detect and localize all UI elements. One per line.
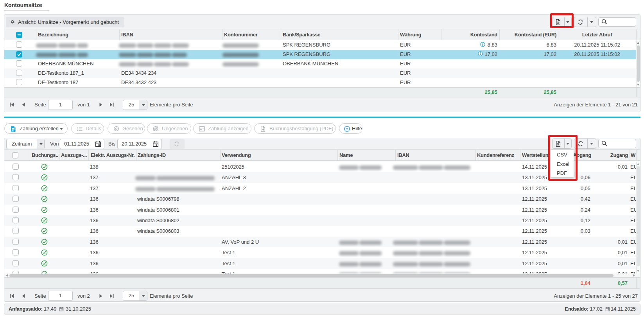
svg-text:?: ? <box>346 127 348 131</box>
